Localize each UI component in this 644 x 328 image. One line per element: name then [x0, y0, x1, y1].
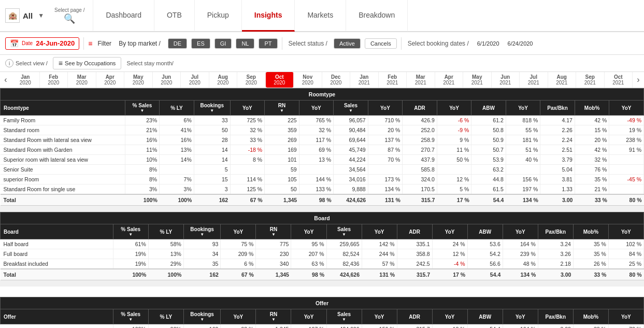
month-item-feb-2020[interactable]: Feb2020: [40, 72, 68, 88]
col-header-rn[interactable]: RN▼: [256, 224, 291, 239]
col-header-yoy[interactable]: YoY: [291, 224, 326, 239]
table-row: Standard Room for single use3%3%3125 %50…: [1, 184, 644, 195]
col-header-adr[interactable]: ADR: [403, 101, 437, 116]
market-chip-es[interactable]: ES: [191, 38, 210, 49]
col-header-yoy[interactable]: YoY: [506, 101, 540, 116]
col-header---ly[interactable]: % LY: [148, 224, 183, 239]
col-header-pax-bkn[interactable]: Pax/Bkn: [540, 101, 575, 116]
month-item-oct-2020[interactable]: Oct2020: [266, 72, 294, 88]
market-chip-pt[interactable]: PT: [259, 38, 277, 49]
tab-insights[interactable]: Insights: [242, 0, 295, 32]
date-filter[interactable]: 📅 Date 24-Jun-2020: [5, 37, 79, 50]
col-header-sales[interactable]: Sales▼: [326, 309, 362, 324]
month-scroll-right[interactable]: ›: [633, 73, 644, 87]
col-header-adr[interactable]: ADR: [397, 309, 432, 324]
col-header-yoy[interactable]: YoY: [221, 224, 256, 239]
property-selector[interactable]: All: [23, 11, 33, 20]
col-header-abw[interactable]: ABW: [467, 224, 503, 239]
col-header-roomtype[interactable]: Roomtype: [1, 101, 125, 116]
col-header-yoy[interactable]: YoY: [503, 224, 538, 239]
month-item-aug-2021[interactable]: Aug2021: [548, 72, 577, 88]
month-item-aug-2020[interactable]: Aug2020: [209, 72, 238, 88]
property-dropdown-icon[interactable]: ▼: [38, 12, 44, 19]
booking-date-from[interactable]: 6/1/2020: [477, 40, 499, 47]
cell-r2-c2: 16%: [160, 135, 194, 145]
market-chip-gi[interactable]: GI: [214, 38, 232, 49]
col-header-yoy[interactable]: YoY: [368, 101, 403, 116]
col-header-yoy[interactable]: YoY: [362, 224, 397, 239]
col-header-bookings[interactable]: Bookings▼: [194, 101, 230, 116]
col-header-yoy[interactable]: YoY: [432, 309, 467, 324]
col-header---sales[interactable]: % Sales▼: [113, 309, 148, 324]
month-item-oct-2021[interactable]: Oct2021: [605, 72, 633, 88]
month-item-sep-2021[interactable]: Sep2021: [576, 72, 605, 88]
month-item-jan-2021[interactable]: Jan2021: [350, 72, 379, 88]
col-header-yoy[interactable]: YoY: [608, 309, 643, 324]
market-chip-de[interactable]: DE: [168, 38, 187, 49]
col-header-yoy[interactable]: YoY: [230, 101, 265, 116]
col-header---ly[interactable]: % LY: [148, 309, 183, 324]
col-header---sales[interactable]: % Sales▼: [125, 101, 160, 116]
month-item-jan-2020[interactable]: Jan2020: [11, 72, 40, 88]
month-item-apr-2020[interactable]: Apr2020: [96, 72, 125, 88]
booking-date-to[interactable]: 6/24/2020: [508, 40, 533, 47]
col-header-yoy[interactable]: YoY: [221, 309, 256, 324]
month-scroll-left[interactable]: ‹: [0, 73, 11, 87]
col-header-abw[interactable]: ABW: [467, 309, 503, 324]
col-header-yoy[interactable]: YoY: [609, 101, 644, 116]
tab-dashboard[interactable]: Dashboard: [93, 0, 154, 32]
filter-bar: 📅 Date 24-Jun-2020 ≡ Filter By top marke…: [0, 32, 644, 55]
month-item-jun-2021[interactable]: Jun2021: [492, 72, 520, 88]
col-header-bookings[interactable]: Bookings▼: [183, 309, 221, 324]
month-item-apr-2021[interactable]: Apr2021: [435, 72, 464, 88]
col-header-yoy[interactable]: YoY: [503, 309, 538, 324]
month-item-may-2020[interactable]: May2020: [124, 72, 153, 88]
month-item-jun-2020[interactable]: Jun2020: [153, 72, 181, 88]
col-header-abw[interactable]: ABW: [471, 101, 506, 116]
col-header-yoy[interactable]: YoY: [299, 101, 334, 116]
col-header-bookings[interactable]: Bookings▼: [183, 224, 221, 239]
col-header-mob-[interactable]: Mob%: [573, 224, 608, 239]
market-chip-nl[interactable]: NL: [236, 38, 254, 49]
cell-r2-c10: -4 %: [432, 259, 467, 269]
col-header-rn[interactable]: RN▼: [256, 309, 291, 324]
status-chip-active[interactable]: Active: [334, 38, 361, 49]
month-item-dec-2020[interactable]: Dec2020: [322, 72, 351, 88]
col-header-sales[interactable]: Sales▼: [326, 224, 362, 239]
col-header-sales[interactable]: Sales▼: [334, 101, 368, 116]
month-item-mar-2020[interactable]: Mar2020: [68, 72, 96, 88]
tab-markets[interactable]: Markets: [295, 0, 346, 32]
cell-r2-c4: 33 %: [230, 135, 265, 145]
col-header-adr[interactable]: ADR: [397, 224, 432, 239]
tab-otb[interactable]: OTB: [154, 0, 195, 32]
col-header-yoy[interactable]: YoY: [608, 224, 643, 239]
col-header-mob-[interactable]: Mob%: [575, 101, 609, 116]
col-header-mob-[interactable]: Mob%: [573, 309, 608, 324]
select-page-area[interactable]: Select page / 🔍: [54, 7, 84, 24]
col-header-pax-bkn[interactable]: Pax/Bkn: [538, 224, 573, 239]
month-item-feb-2021[interactable]: Feb2021: [379, 72, 407, 88]
cell-r2-c7: 69,644: [334, 135, 368, 145]
tab-breakdown[interactable]: Breakdown: [346, 0, 408, 32]
month-item-jul-2020[interactable]: Jul2020: [181, 72, 209, 88]
col-header-rn[interactable]: RN▼: [265, 101, 299, 116]
status-chip-cancels[interactable]: Cancels: [365, 38, 397, 49]
col-header-yoy[interactable]: YoY: [291, 309, 326, 324]
col-header-yoy[interactable]: YoY: [437, 101, 471, 116]
col-header-offer[interactable]: Offer: [1, 309, 113, 324]
month-item-nov-2020[interactable]: Nov2020: [294, 72, 322, 88]
col-header-yoy[interactable]: YoY: [432, 224, 467, 239]
month-item-mar-2021[interactable]: Mar2021: [407, 72, 435, 88]
month-item-sep-2020[interactable]: Sep2020: [237, 72, 266, 88]
col-header---ly[interactable]: % LY: [160, 101, 194, 116]
month-item-may-2021[interactable]: May2021: [463, 72, 492, 88]
cell-r0-c4: 93 %: [221, 324, 256, 329]
cell-r0-c5: 1,345: [256, 324, 291, 329]
col-header-board[interactable]: Board: [1, 224, 113, 239]
col-header-pax-bkn[interactable]: Pax/Bkn: [538, 309, 573, 324]
month-item-jul-2021[interactable]: Jul2021: [520, 72, 548, 88]
col-header---sales[interactable]: % Sales▼: [113, 224, 148, 239]
occupations-view-btn[interactable]: ≡ See by Occupations: [53, 57, 122, 69]
col-header-yoy[interactable]: YoY: [362, 309, 397, 324]
tab-pickup[interactable]: Pickup: [195, 0, 242, 32]
